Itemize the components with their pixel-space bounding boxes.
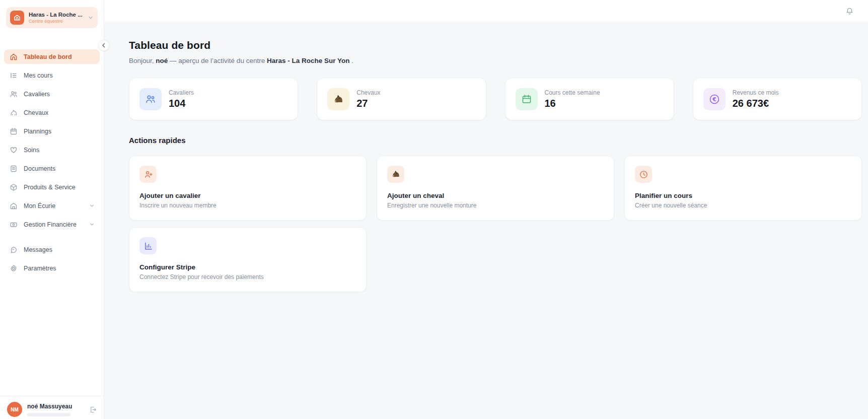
horse-icon xyxy=(387,166,404,183)
sidebar-collapse-button[interactable] xyxy=(98,40,109,51)
stable-icon xyxy=(14,14,21,21)
action-card-planifier-cours[interactable]: Planifier un cours Créer une nouvelle sé… xyxy=(624,156,862,221)
stat-label: Revenus ce mois xyxy=(733,89,779,96)
workspace-name: Haras - La Roche ... xyxy=(29,12,83,18)
bell-icon xyxy=(845,7,854,16)
quick-actions-title: Actions rapides xyxy=(129,136,862,145)
clock-icon xyxy=(635,166,652,183)
bar-chart-icon xyxy=(139,237,157,254)
chevron-left-icon xyxy=(101,43,106,48)
stat-card-cours-semaine: Cours cette semaine 16 xyxy=(505,78,674,120)
sidebar-item-label: Plannings xyxy=(24,128,51,135)
user-menu[interactable]: NM noé Massuyeau xyxy=(0,396,104,419)
sidebar-item-parametres[interactable]: Paramètres xyxy=(4,261,100,275)
action-title: Ajouter un cavalier xyxy=(139,192,356,199)
stat-card-chevaux: Chevaux 27 xyxy=(317,78,486,120)
sidebar-item-mon-ecurie[interactable]: Mon Écurie xyxy=(4,198,100,213)
sidebar-item-label: Messages xyxy=(24,246,52,253)
sidebar-item-label: Produits & Service xyxy=(24,184,76,191)
action-description: Inscrire un nouveau membre xyxy=(139,202,356,209)
euro-icon: € xyxy=(703,88,726,110)
banknote-icon xyxy=(9,221,18,229)
action-description: Créer une nouvelle séance xyxy=(635,202,851,209)
chevron-down-icon xyxy=(88,15,94,21)
sidebar-item-chevaux[interactable]: Chevaux xyxy=(4,105,100,120)
chevron-down-icon xyxy=(89,222,95,227)
action-description: Enregistrer une nouvelle monture xyxy=(387,202,604,209)
horse-outline-icon xyxy=(9,109,18,117)
document-icon xyxy=(9,165,18,173)
stat-label: Cours cette semaine xyxy=(545,89,600,96)
workspace-type: Centre équestre xyxy=(29,18,83,24)
sidebar: Haras - La Roche ... Centre équestre Tab… xyxy=(0,0,104,419)
action-title: Planifier un cours xyxy=(635,192,851,199)
sidebar-item-label: Documents xyxy=(24,165,55,172)
app-root: Haras - La Roche ... Centre équestre Tab… xyxy=(0,0,868,419)
sidebar-item-mes-cours[interactable]: Mes cours xyxy=(4,68,100,83)
page-title: Tableau de bord xyxy=(129,39,862,51)
sidebar-nav: Tableau de bord Mes cours Cavaliers Chev… xyxy=(0,49,104,275)
workspace-logo xyxy=(10,11,24,25)
quick-actions-grid: Ajouter un cavalier Inscrire un nouveau … xyxy=(129,156,862,292)
home-icon xyxy=(9,53,18,61)
sidebar-item-label: Paramètres xyxy=(24,265,56,272)
workspace-selector[interactable]: Haras - La Roche ... Centre équestre xyxy=(6,7,98,28)
sidebar-item-documents[interactable]: Documents xyxy=(4,161,100,176)
user-name: noé Massuyeau xyxy=(27,403,84,410)
notifications-button[interactable] xyxy=(845,7,854,16)
action-card-ajouter-cavalier[interactable]: Ajouter un cavalier Inscrire un nouveau … xyxy=(129,156,367,221)
stat-value: 16 xyxy=(545,98,600,109)
sidebar-item-label: Chevaux xyxy=(24,109,48,116)
add-rider-icon xyxy=(139,166,157,183)
chat-icon xyxy=(9,246,18,254)
sidebar-item-cavaliers[interactable]: Cavaliers xyxy=(4,87,100,101)
riders-icon xyxy=(9,90,18,98)
stats-row: Cavaliers 104 Chevaux xyxy=(129,78,862,120)
calendar-icon xyxy=(516,88,538,110)
riders-icon xyxy=(139,88,162,110)
greeting-center-name: Haras - La Roche Sur Yon xyxy=(267,57,350,64)
action-description: Connectez Stripe pour recevoir des paiem… xyxy=(139,273,356,281)
sidebar-item-label: Tableau de bord xyxy=(24,53,72,60)
sidebar-item-plannings[interactable]: Plannings xyxy=(4,124,100,138)
sidebar-item-produits-service[interactable]: Produits & Service xyxy=(4,180,100,194)
sidebar-item-tableau-de-bord[interactable]: Tableau de bord xyxy=(4,49,100,64)
action-card-ajouter-cheval[interactable]: Ajouter un cheval Enregistrer une nouvel… xyxy=(377,156,614,221)
stat-value: 26 673€ xyxy=(733,98,779,109)
main-area: Tableau de bord Bonjour, noé — aperçu de… xyxy=(104,0,868,419)
stat-label: Cavaliers xyxy=(169,89,194,96)
avatar: NM xyxy=(7,402,22,417)
svg-text:€: € xyxy=(712,96,716,102)
sidebar-item-label: Cavaliers xyxy=(24,91,50,98)
logout-icon xyxy=(89,406,97,413)
sidebar-item-label: Mon Écurie xyxy=(24,202,55,210)
action-card-configurer-stripe[interactable]: Configurer Stripe Connectez Stripe pour … xyxy=(129,227,367,292)
topbar xyxy=(104,0,868,23)
stat-card-cavaliers: Cavaliers 104 xyxy=(129,78,298,120)
action-title: Ajouter un cheval xyxy=(387,192,604,199)
stat-card-revenus: € Revenus ce mois 26 673€ xyxy=(693,78,862,120)
sidebar-item-soins[interactable]: Soins xyxy=(4,143,100,157)
sidebar-item-messages[interactable]: Messages xyxy=(4,242,100,257)
chevron-down-icon xyxy=(89,203,95,208)
dashboard-content: Tableau de bord Bonjour, noé — aperçu de… xyxy=(104,23,868,292)
list-icon xyxy=(9,72,18,80)
sidebar-item-label: Soins xyxy=(24,147,39,154)
stat-value: 27 xyxy=(356,98,380,109)
sidebar-item-label: Mes cours xyxy=(24,72,53,79)
barn-icon xyxy=(9,202,18,210)
stat-label: Chevaux xyxy=(356,89,380,96)
greeting-text: Bonjour, noé — aperçu de l’activité du c… xyxy=(129,57,862,64)
greeting-user-name: noé xyxy=(156,57,168,64)
calendar-icon xyxy=(9,127,18,135)
gear-icon xyxy=(9,264,18,272)
horse-icon xyxy=(327,88,349,110)
action-title: Configurer Stripe xyxy=(139,263,356,271)
package-icon xyxy=(9,183,18,191)
stat-value: 104 xyxy=(169,98,194,109)
user-secondary-text xyxy=(27,413,70,416)
sidebar-item-label: Gestion Financière xyxy=(24,221,77,228)
sidebar-item-gestion-financiere[interactable]: Gestion Financière xyxy=(4,217,100,232)
logout-button[interactable] xyxy=(89,406,97,413)
heart-icon xyxy=(9,146,18,154)
